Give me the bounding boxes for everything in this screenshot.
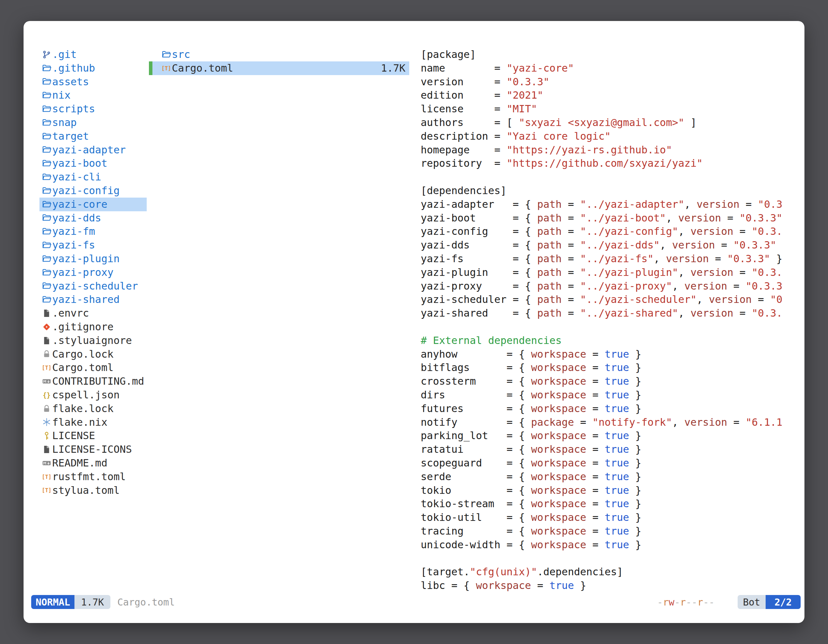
file-row[interactable]: LICENSE xyxy=(39,429,147,443)
file-row[interactable]: yazi-dds xyxy=(39,211,147,225)
file-row[interactable]: yazi-cli xyxy=(39,170,147,184)
file-row[interactable]: assets xyxy=(39,75,147,89)
file-row[interactable]: .envrc xyxy=(39,306,147,320)
file-row[interactable]: README.md xyxy=(39,456,147,470)
file-name: yazi-config xyxy=(52,184,120,197)
folder-open-icon xyxy=(41,268,52,277)
file-row[interactable]: nix xyxy=(39,88,147,102)
folder-open-icon xyxy=(41,241,52,250)
file-row[interactable]: yazi-fs xyxy=(39,238,147,252)
file-name: assets xyxy=(52,75,89,89)
file-row[interactable]: LICENSE-ICONS xyxy=(39,443,147,456)
file-row[interactable]: [T]stylua.toml xyxy=(39,484,147,497)
file-row[interactable]: .github xyxy=(39,61,147,75)
preview-line: scopeguard = { workspace = true } xyxy=(421,456,804,470)
file-name: yazi-plugin xyxy=(52,252,120,266)
preview-line: yazi-plugin = { path = "../yazi-plugin",… xyxy=(421,266,804,279)
file-row[interactable]: .gitignore xyxy=(39,320,147,334)
preview-line: description = "Yazi core logic" xyxy=(421,130,804,143)
folder-open-icon xyxy=(41,281,52,290)
file-row[interactable]: target xyxy=(39,130,147,143)
file-row[interactable]: [T]Cargo.toml xyxy=(39,361,147,374)
file-name: yazi-fm xyxy=(52,225,95,238)
folder-open-icon xyxy=(41,159,52,168)
toml-icon: [T] xyxy=(41,363,52,372)
preview-line: unicode-width = { workspace = true } xyxy=(421,538,804,552)
folder-open-icon xyxy=(41,104,52,114)
preview-line: yazi-config = { path = "../yazi-config",… xyxy=(421,225,804,238)
folder-open-icon xyxy=(41,213,52,223)
preview-line: authors = [ "sxyazi <sxyazi@gmail.com>" … xyxy=(421,116,804,130)
preview-line: bitflags = { workspace = true } xyxy=(421,361,804,374)
file-name: README.md xyxy=(52,456,107,470)
file-name: LICENSE xyxy=(52,429,95,443)
file-row[interactable]: flake.nix xyxy=(39,415,147,429)
file-row[interactable]: .git xyxy=(39,48,147,61)
folder-open-icon xyxy=(41,200,52,209)
preview-line: [target."cfg(unix)".dependencies] xyxy=(421,565,804,579)
file-size-badge: 1.7K xyxy=(74,595,110,609)
file-name: yazi-proxy xyxy=(52,266,114,279)
file-name: yazi-scheduler xyxy=(52,279,138,293)
preview-line xyxy=(421,552,804,565)
folder-open-icon xyxy=(41,254,52,263)
file-row[interactable]: {}cspell.json xyxy=(39,388,147,402)
preview-line: anyhow = { workspace = true } xyxy=(421,348,804,361)
file-icon xyxy=(41,309,52,318)
file-row[interactable]: yazi-shared xyxy=(39,293,147,306)
preview-line: yazi-scheduler = { path = "../yazi-sched… xyxy=(421,293,804,306)
preview-line: notify = { package = "notify-fork", vers… xyxy=(421,415,804,429)
preview-line: yazi-boot = { path = "../yazi-boot", ver… xyxy=(421,211,804,225)
current-directory-pane: src[T]Cargo.toml1.7K xyxy=(149,48,409,75)
folder-open-icon xyxy=(41,186,52,195)
file-name: scripts xyxy=(52,102,95,116)
folder-open-icon xyxy=(41,145,52,154)
file-name: Cargo.lock xyxy=(52,348,114,361)
file-row[interactable]: scripts xyxy=(39,102,147,116)
file-row[interactable]: src xyxy=(149,48,409,61)
file-row[interactable]: [T]Cargo.toml1.7K xyxy=(149,61,409,75)
file-row[interactable]: yazi-scheduler xyxy=(39,279,147,293)
mode-badge: NORMAL xyxy=(31,595,74,609)
preview-line: license = "MIT" xyxy=(421,102,804,116)
folder-open-icon xyxy=(41,64,52,73)
file-row[interactable]: yazi-fm xyxy=(39,225,147,238)
preview-line: yazi-dds = { path = "../yazi-dds", versi… xyxy=(421,238,804,252)
cursor-counter-badge: 2/2 xyxy=(765,595,801,609)
preview-line: serde = { workspace = true } xyxy=(421,470,804,484)
folder-open-icon xyxy=(41,227,52,236)
file-row[interactable]: Cargo.lock xyxy=(39,348,147,361)
file-row[interactable]: [T]rustfmt.toml xyxy=(39,470,147,484)
parent-directory-pane: .git.githubassetsnixscriptssnaptargetyaz… xyxy=(39,48,147,497)
file-row[interactable]: yazi-boot xyxy=(39,157,147,170)
preview-line: yazi-proxy = { path = "../yazi-proxy", v… xyxy=(421,279,804,293)
preview-line: crossterm = { workspace = true } xyxy=(421,374,804,388)
file-row[interactable]: yazi-proxy xyxy=(39,266,147,279)
file-row[interactable]: yazi-plugin xyxy=(39,252,147,266)
file-row[interactable]: yazi-core xyxy=(39,197,147,211)
file-row[interactable]: CONTRIBUTING.md xyxy=(39,374,147,388)
markdown-icon xyxy=(41,459,52,468)
file-name: yazi-shared xyxy=(52,293,120,306)
preview-line xyxy=(421,170,804,184)
markdown-icon xyxy=(41,377,52,386)
preview-line: tracing = { workspace = true } xyxy=(421,524,804,538)
preview-line: tokio = { workspace = true } xyxy=(421,484,804,497)
lock-icon xyxy=(41,349,52,359)
file-row[interactable]: flake.lock xyxy=(39,402,147,415)
file-row[interactable]: snap xyxy=(39,116,147,130)
file-name: rustfmt.toml xyxy=(52,470,126,484)
json-icon: {} xyxy=(41,390,52,400)
preview-line: repository = "https://github.com/sxyazi/… xyxy=(421,157,804,170)
preview-line: edition = "2021" xyxy=(421,88,804,102)
svg-text:[T]: [T] xyxy=(162,65,171,71)
file-row[interactable]: .styluaignore xyxy=(39,334,147,348)
file-row[interactable]: yazi-adapter xyxy=(39,143,147,157)
folder-open-icon xyxy=(41,118,52,127)
file-preview-pane: [package]name = "yazi-core"version = "0.… xyxy=(421,48,804,592)
file-row[interactable]: yazi-config xyxy=(39,184,147,197)
svg-text:{}: {} xyxy=(42,391,50,399)
file-name: target xyxy=(52,130,89,143)
file-name: .git xyxy=(52,48,77,61)
toml-icon: [T] xyxy=(41,472,52,481)
